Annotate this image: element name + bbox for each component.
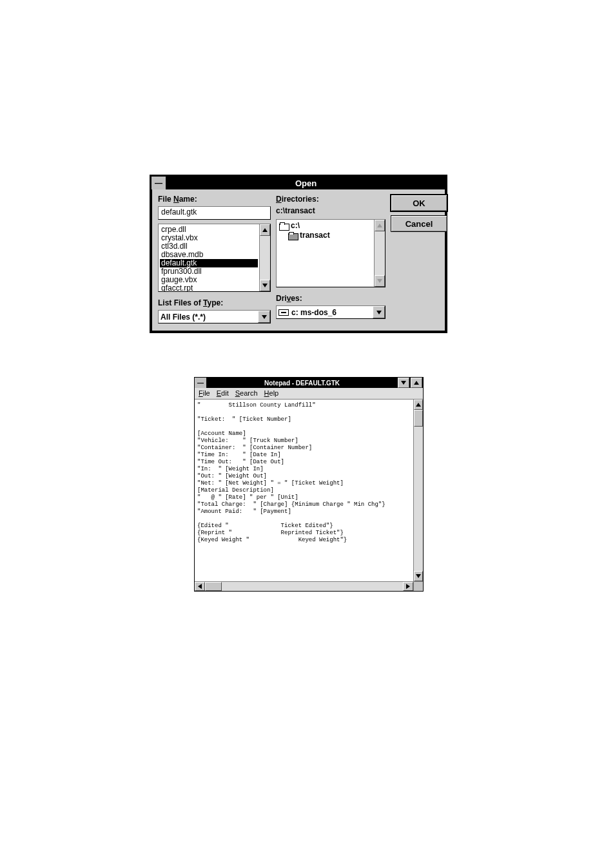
dialog-title: Open (166, 178, 445, 188)
notepad-menubar: File Edit Search Help (195, 388, 423, 400)
scroll-track[interactable] (414, 410, 423, 571)
directory-list-items: c:\ transact (277, 220, 374, 287)
menu-help[interactable]: Help (264, 389, 279, 397)
directory-listbox[interactable]: c:\ transact (276, 219, 386, 287)
file-name-mn: N (173, 195, 179, 204)
file-name-label-pre: File (158, 195, 173, 204)
menu-file-mn: F (199, 389, 203, 397)
arrow-down-icon (377, 279, 382, 283)
scroll-up-button[interactable] (414, 400, 423, 410)
drive-icon (278, 309, 289, 316)
cancel-button[interactable]: Cancel (391, 215, 447, 232)
minimize-button[interactable] (398, 378, 409, 388)
drives-label-post: es: (291, 294, 302, 303)
notepad-window: — Notepad - DEFAULT.GTK File Edit Search… (194, 377, 424, 592)
file-name-value: default.gtk (161, 207, 197, 217)
notepad-vscrollbar[interactable] (413, 400, 423, 581)
arrow-down-icon (416, 574, 421, 578)
open-dialog: — Open File Name: default.gtk crpe.dllcr… (150, 175, 447, 333)
menu-search-mn: S (235, 389, 240, 397)
scroll-track[interactable] (260, 236, 270, 280)
file-name-label-post: ame: (179, 195, 197, 204)
dir-label-post: irectories: (282, 195, 319, 204)
dropdown-button[interactable] (258, 311, 270, 323)
file-name-label: File Name: (158, 195, 271, 204)
arrow-left-icon (198, 584, 202, 589)
menu-edit[interactable]: Edit (217, 389, 229, 397)
directory-column: Directories: c:\transact c:\ transact (276, 195, 386, 323)
ok-button[interactable]: OK (391, 195, 447, 211)
maximize-button[interactable] (411, 378, 422, 388)
drives-value: c: ms-dos_6 (277, 306, 373, 318)
drives-text: c: ms-dos_6 (291, 308, 337, 317)
directory-item-root[interactable]: c:\ (278, 221, 373, 231)
dropdown-button[interactable] (373, 306, 385, 318)
drives-label: Drives: (276, 294, 386, 303)
folder-open-icon (288, 232, 297, 239)
file-listbox[interactable]: crpe.dllcrystal.vbxctl3d.dlldbsave.mdbde… (158, 224, 271, 292)
menu-search[interactable]: Search (235, 389, 258, 397)
scroll-track[interactable] (205, 582, 403, 591)
file-item[interactable]: gfacct.rpt (160, 284, 258, 291)
folder-open-icon (279, 222, 288, 229)
drives-dropdown[interactable]: c: ms-dos_6 (276, 305, 386, 319)
menu-search-post: earch (240, 389, 258, 397)
maximize-icon (414, 381, 419, 385)
system-menu-icon[interactable]: — (151, 177, 166, 189)
scroll-down-button[interactable] (414, 571, 423, 581)
titlebar: — Open (151, 177, 445, 189)
scroll-corner (413, 582, 423, 591)
scroll-down-button[interactable] (260, 280, 270, 291)
notepad-client: " Stillson County Landfill" "Ticket: " [… (195, 400, 423, 581)
menu-help-post: elp (269, 389, 279, 397)
dir-mn: D (276, 195, 282, 204)
arrow-down-icon (262, 315, 267, 319)
menu-edit-mn: E (217, 389, 221, 397)
menu-edit-post: dit (221, 389, 229, 397)
directory-scrollbar[interactable] (374, 220, 385, 287)
notepad-textarea[interactable]: " Stillson County Landfill" "Ticket: " [… (195, 400, 413, 581)
scroll-thumb[interactable] (414, 410, 423, 427)
cancel-label: Cancel (405, 219, 433, 229)
arrow-up-icon (377, 224, 382, 227)
menu-help-mn: H (264, 389, 269, 397)
file-type-value: All Files (*.*) (159, 311, 258, 323)
file-list-items: crpe.dllcrystal.vbxctl3d.dlldbsave.mdbde… (159, 224, 259, 291)
arrow-right-icon (406, 584, 410, 589)
scroll-left-button[interactable] (195, 582, 205, 591)
directory-root-label: c:\ (291, 221, 300, 231)
menu-file[interactable]: File (199, 389, 210, 397)
notepad-title: Notepad - DEFAULT.GTK (207, 380, 397, 387)
file-name-input[interactable]: default.gtk (158, 206, 271, 220)
arrow-down-icon (262, 284, 268, 287)
menu-file-post: ile (203, 389, 210, 397)
arrow-up-icon (416, 403, 421, 407)
scroll-right-button[interactable] (403, 582, 413, 591)
list-type-label: List Files of Type: (158, 298, 271, 307)
directory-transact-label: transact (300, 231, 330, 240)
scroll-down-button[interactable] (375, 275, 385, 287)
arrow-down-icon (376, 311, 382, 314)
file-list-scrollbar[interactable] (259, 224, 270, 291)
list-type-label-pre: List Files of (158, 298, 203, 307)
current-directory: c:\transact (276, 206, 386, 215)
directory-item-transact[interactable]: transact (278, 231, 373, 240)
file-type-dropdown[interactable]: All Files (*.*) (158, 310, 271, 323)
scroll-track[interactable] (375, 231, 385, 275)
scroll-up-button[interactable] (375, 220, 385, 231)
scroll-thumb[interactable] (205, 582, 222, 591)
system-menu-icon[interactable]: — (195, 378, 207, 388)
file-column: File Name: default.gtk crpe.dllcrystal.v… (158, 195, 271, 323)
dialog-body: File Name: default.gtk crpe.dllcrystal.v… (151, 189, 445, 331)
scroll-up-button[interactable] (260, 224, 270, 236)
drives-label-pre: Dri (276, 294, 287, 303)
list-type-label-post: ype: (207, 298, 223, 307)
arrow-up-icon (262, 228, 268, 232)
ok-label: OK (413, 198, 425, 208)
minimize-icon (401, 381, 406, 385)
notepad-hscrollbar[interactable] (195, 581, 423, 591)
button-column: OK Cancel (391, 195, 449, 323)
notepad-titlebar: — Notepad - DEFAULT.GTK (195, 378, 423, 388)
directories-label: Directories: (276, 195, 386, 204)
